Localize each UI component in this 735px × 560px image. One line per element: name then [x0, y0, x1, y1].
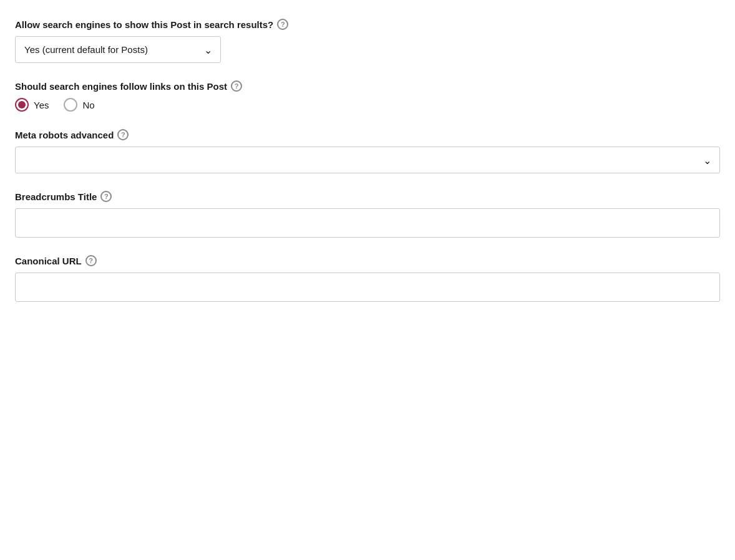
follow-links-yes-dot — [18, 101, 26, 109]
canonical-url-help-icon[interactable]: ? — [85, 255, 97, 266]
follow-links-no-radio[interactable] — [64, 98, 77, 112]
canonical-url-section: Canonical URL ? — [15, 255, 720, 302]
meta-robots-advanced-label: Meta robots advanced ? — [15, 129, 720, 140]
breadcrumbs-title-text: Breadcrumbs Title — [15, 191, 97, 202]
canonical-url-input[interactable] — [15, 273, 720, 302]
breadcrumbs-title-section: Breadcrumbs Title ? — [15, 191, 720, 238]
follow-links-label: Should search engines follow links on th… — [15, 80, 720, 92]
follow-links-yes-option[interactable]: Yes — [15, 98, 49, 112]
canonical-url-text: Canonical URL — [15, 256, 82, 266]
canonical-url-label: Canonical URL ? — [15, 255, 720, 266]
meta-robots-advanced-help-icon[interactable]: ? — [117, 129, 129, 140]
breadcrumbs-title-help-icon[interactable]: ? — [100, 191, 112, 202]
allow-search-engines-help-icon[interactable]: ? — [277, 19, 288, 30]
breadcrumbs-title-input[interactable] — [15, 208, 720, 238]
follow-links-yes-radio[interactable] — [15, 98, 29, 112]
follow-links-yes-label: Yes — [34, 100, 49, 110]
allow-search-engines-select[interactable]: Yes (current default for Posts) No Yes — [15, 36, 221, 63]
allow-search-engines-text: Allow search engines to show this Post i… — [15, 19, 273, 30]
follow-links-no-label: No — [82, 100, 94, 110]
follow-links-section: Should search engines follow links on th… — [15, 80, 720, 112]
meta-robots-advanced-text: Meta robots advanced — [15, 130, 114, 140]
meta-robots-advanced-select[interactable]: None No Image Index No Archive No Snippe… — [15, 147, 720, 173]
meta-robots-advanced-select-wrapper: None No Image Index No Archive No Snippe… — [15, 147, 720, 173]
follow-links-text: Should search engines follow links on th… — [15, 81, 227, 92]
meta-robots-advanced-section: Meta robots advanced ? None No Image Ind… — [15, 129, 720, 173]
follow-links-no-option[interactable]: No — [64, 98, 94, 112]
allow-search-engines-select-wrapper: Yes (current default for Posts) No Yes ⌄ — [15, 36, 221, 63]
follow-links-help-icon[interactable]: ? — [231, 80, 242, 92]
allow-search-engines-section: Allow search engines to show this Post i… — [15, 19, 720, 63]
follow-links-radio-group: Yes No — [15, 98, 720, 112]
breadcrumbs-title-label: Breadcrumbs Title ? — [15, 191, 720, 202]
allow-search-engines-label: Allow search engines to show this Post i… — [15, 19, 720, 30]
